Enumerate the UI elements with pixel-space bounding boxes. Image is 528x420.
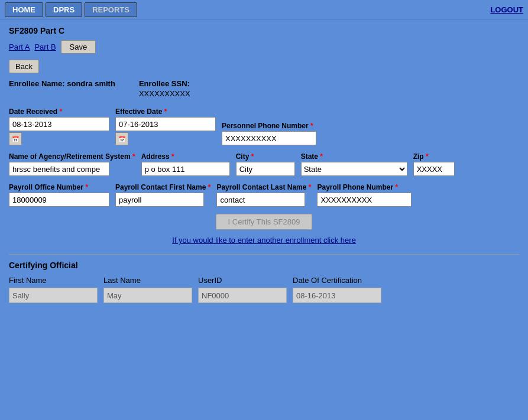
cert-last-name-group: Last Name xyxy=(103,276,192,303)
payroll-phone-required: * xyxy=(396,183,399,191)
cert-userid-label: UserID xyxy=(198,276,287,285)
address-group: Address * xyxy=(141,152,230,176)
payroll-contact-last-required: * xyxy=(309,183,312,191)
zip-group: Zip * xyxy=(413,152,455,176)
enrollee-ssn-label: Enrollee SSN: xyxy=(139,79,190,88)
state-select[interactable]: State xyxy=(301,162,407,176)
payroll-office-required: * xyxy=(85,183,88,191)
address-label: Address * xyxy=(141,152,230,161)
payroll-office-label: Payroll Office Number * xyxy=(9,183,109,191)
personnel-phone-group: Personnel Phone Number * xyxy=(222,122,316,145)
agency-label: Name of Agency/Retirement System * xyxy=(9,152,135,161)
payroll-contact-first-label: Payroll Contact First Name * xyxy=(115,183,210,191)
personnel-phone-label: Personnel Phone Number * xyxy=(222,122,316,130)
part-b-link[interactable]: Part B xyxy=(34,43,56,51)
payroll-phone-group: Payroll Phone Number * xyxy=(317,183,412,207)
cert-userid-group: UserID xyxy=(198,276,287,303)
back-button[interactable]: Back xyxy=(9,60,39,73)
zip-required: * xyxy=(426,152,429,161)
city-label: City * xyxy=(236,152,295,161)
divider xyxy=(9,254,519,255)
navbar: HOME DPRS REPORTS LOGOUT xyxy=(0,0,528,20)
effective-date-label: Effective Date * xyxy=(115,108,216,116)
certifying-row: First Name Last Name UserID Date Of Cert… xyxy=(9,276,519,303)
certifying-section: Certifying Official First Name Last Name… xyxy=(9,261,519,303)
state-label: State * xyxy=(301,152,407,161)
save-button[interactable]: Save xyxy=(61,40,96,54)
agency-required: * xyxy=(132,152,135,161)
dprs-button[interactable]: DPRS xyxy=(46,2,82,17)
part-a-link[interactable]: Part A xyxy=(9,43,30,51)
state-group: State * State xyxy=(301,152,407,176)
nav-left: HOME DPRS REPORTS xyxy=(5,2,137,17)
certify-row: I Certify This SF2809 xyxy=(9,214,519,230)
payroll-phone-label: Payroll Phone Number * xyxy=(317,183,412,191)
date-received-label: Date Received * xyxy=(9,108,109,116)
cert-first-name-label: First Name xyxy=(9,276,98,285)
payroll-contact-first-input[interactable] xyxy=(115,193,204,207)
payroll-office-input[interactable] xyxy=(9,193,109,207)
page-title: SF2809 Part C xyxy=(9,26,519,35)
agency-input[interactable] xyxy=(9,162,109,176)
enrollment-link[interactable]: If you would like to enter another enrol… xyxy=(172,236,356,245)
payroll-contact-first-group: Payroll Contact First Name * xyxy=(115,183,210,207)
page-content: SF2809 Part C Part A Part B Save Back En… xyxy=(0,20,528,314)
state-required: * xyxy=(320,152,323,161)
cert-date-group: Date Of Certification xyxy=(293,276,381,303)
date-received-group: Date Received * 📅 xyxy=(9,108,109,145)
agency-group: Name of Agency/Retirement System * xyxy=(9,152,135,176)
certifying-title: Certifying Official xyxy=(9,261,519,270)
date-received-input[interactable] xyxy=(9,117,109,131)
home-button[interactable]: HOME xyxy=(5,2,43,17)
personnel-phone-required: * xyxy=(310,122,313,130)
enrollee-name-label: Enrollee Name: sondra smith xyxy=(9,79,115,88)
cert-date-label: Date Of Certification xyxy=(293,276,381,285)
address-required: * xyxy=(171,152,174,161)
cert-last-name-input[interactable] xyxy=(103,288,192,303)
top-actions: Part A Part B Save xyxy=(9,40,519,54)
effective-date-calendar-button[interactable]: 📅 xyxy=(115,132,128,145)
payroll-contact-last-label: Payroll Contact Last Name * xyxy=(216,183,311,191)
cert-first-name-input[interactable] xyxy=(9,288,98,303)
reports-button[interactable]: REPORTS xyxy=(85,2,137,17)
certify-button[interactable]: I Certify This SF2809 xyxy=(216,214,313,230)
enrollee-section: Enrollee Name: sondra smith Enrollee SSN… xyxy=(9,79,519,98)
address-input[interactable] xyxy=(141,162,230,176)
cert-first-name-group: First Name xyxy=(9,276,98,303)
cert-userid-input[interactable] xyxy=(198,288,287,303)
payroll-contact-first-required: * xyxy=(208,183,211,191)
zip-input[interactable] xyxy=(413,162,455,176)
logout-link[interactable]: LOGOUT xyxy=(490,5,523,14)
payroll-contact-last-input[interactable] xyxy=(216,193,305,207)
enrollee-ssn-value: XXXXXXXXXX xyxy=(139,89,190,98)
form-row-3: Payroll Office Number * Payroll Contact … xyxy=(9,183,519,207)
effective-date-group: Effective Date * 📅 xyxy=(115,108,216,145)
effective-date-input[interactable] xyxy=(115,117,216,131)
enrollee-ssn-block: Enrollee SSN: XXXXXXXXXX xyxy=(139,79,190,98)
form-row-1: Date Received * 📅 Effective Date * 📅 Per… xyxy=(9,108,519,145)
city-input[interactable] xyxy=(236,162,295,176)
date-received-calendar-button[interactable]: 📅 xyxy=(9,132,22,145)
enrollee-name-block: Enrollee Name: sondra smith xyxy=(9,79,115,98)
payroll-contact-last-group: Payroll Contact Last Name * xyxy=(216,183,311,207)
payroll-phone-input[interactable] xyxy=(317,193,412,207)
payroll-office-group: Payroll Office Number * xyxy=(9,183,109,207)
effective-date-required: * xyxy=(164,108,167,116)
enrollment-link-row: If you would like to enter another enrol… xyxy=(9,236,519,245)
date-received-required: * xyxy=(59,108,62,116)
cert-last-name-label: Last Name xyxy=(103,276,192,285)
zip-label: Zip * xyxy=(413,152,455,161)
cert-date-input[interactable] xyxy=(293,288,381,303)
city-group: City * xyxy=(236,152,295,176)
personnel-phone-input[interactable] xyxy=(222,131,316,145)
form-row-2: Name of Agency/Retirement System * Addre… xyxy=(9,152,519,176)
city-required: * xyxy=(251,152,254,161)
